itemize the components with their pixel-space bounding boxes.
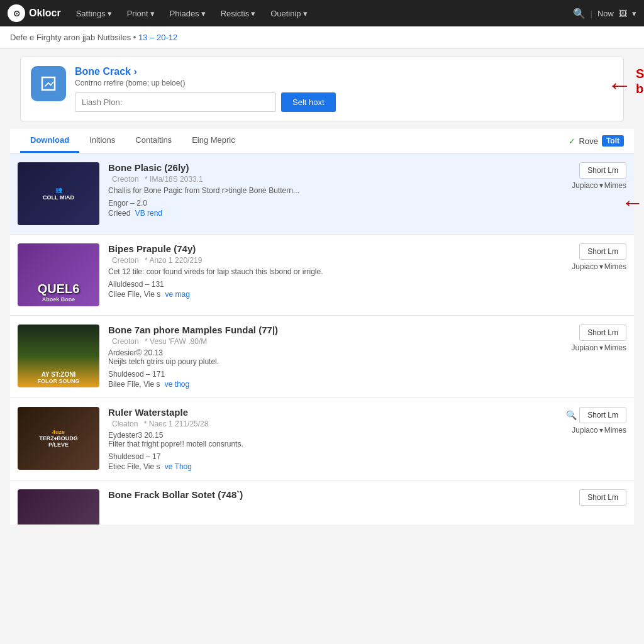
tab-eing-mepric[interactable]: Eing Mepric bbox=[182, 129, 245, 153]
result-sub1: Shuldesod – 17 bbox=[108, 452, 542, 461]
short-lm-button[interactable]: Short Lm bbox=[579, 162, 626, 179]
short-lm-button[interactable]: Short Lm bbox=[579, 407, 626, 423]
card-input-row: Selt hoxt bbox=[75, 92, 613, 112]
nav-phiades[interactable]: Phiades ▾ bbox=[164, 0, 212, 26]
result-sub1: Aliuldesod – 131 bbox=[108, 280, 542, 289]
check-icon: ✓ bbox=[569, 136, 575, 146]
result-dropdown[interactable]: Jupiaon ▾ Mimes bbox=[572, 343, 626, 352]
result-meta: Creoton * IMa/18S 2033.1 bbox=[108, 175, 542, 184]
result-title: Bone 7an phore Mamples Fundal (77|) bbox=[108, 325, 542, 335]
tabs-right: ✓ Rove Tolt bbox=[569, 135, 624, 147]
result-actions: Short Lm bbox=[551, 489, 626, 506]
result-links: Cliee File, Vie s ve mag bbox=[108, 290, 542, 299]
logo-text: Oklocr bbox=[29, 8, 61, 19]
result-item: Bone Frack Bollar Sotet (748`) Short Lm bbox=[10, 480, 634, 525]
short-lm-button[interactable]: Short Lm bbox=[579, 489, 626, 506]
card-title-arrow[interactable]: › bbox=[133, 66, 136, 77]
card-area: Bone Crack › Contrno rrefire (bome; up b… bbox=[20, 57, 624, 121]
breadcrumb-link[interactable]: 13 – 20-12 bbox=[138, 33, 177, 42]
result-thumbnail: 👥 COLL MIAD bbox=[18, 162, 99, 225]
nav-right: 🔍 | Now 🖼 ▾ bbox=[573, 8, 636, 19]
result-link-ve-mag[interactable]: ve mag bbox=[165, 290, 189, 299]
result-item: AY ST:ZONI FOLOR SOUNG Bone 7an phore Ma… bbox=[10, 316, 634, 398]
search-icon[interactable]: 🔍 bbox=[573, 8, 586, 19]
breadcrumb: Defe e Firghty aron jjab Nutbsiles • 13 … bbox=[0, 26, 644, 49]
card-content: Bone Crack › Contrno rrefire (bome; up b… bbox=[75, 66, 613, 112]
nav-resictis[interactable]: Resictis ▾ bbox=[214, 0, 262, 26]
result-thumbnail: QUEL6 Aboek Bone bbox=[18, 243, 99, 306]
results-list: 👥 COLL MIAD Bone Plasic (26ly) Creoton *… bbox=[10, 153, 634, 525]
card-submit-button[interactable]: Selt hoxt bbox=[281, 92, 336, 112]
result-item: QUEL6 Aboek Bone Bipes Prapule (74y) Cre… bbox=[10, 235, 634, 316]
result-description: Challis for Bone Pagic from Stord r>ting… bbox=[108, 186, 542, 195]
result-dropdown[interactable]: Jupiaco ▾ Mimes bbox=[572, 262, 626, 271]
result-link-ve-thog2[interactable]: ve Thog bbox=[165, 462, 192, 471]
result-body: Bipes Prapule (74y) Creoton * Anzo 1 220… bbox=[108, 243, 542, 299]
result-description: Ardesier© 20.13Neijls telch gtrirs uip p… bbox=[108, 348, 542, 366]
card-icon bbox=[31, 66, 66, 101]
breadcrumb-text: Defe e Firghty aron jjab Nutbsiles bbox=[10, 33, 131, 42]
result-body: Bone Frack Bollar Sotet (748`) bbox=[108, 489, 542, 502]
result-dropdown[interactable]: Jupiaco ▾ Mimes bbox=[572, 181, 626, 190]
result-link-vb-rend[interactable]: VB rend bbox=[135, 209, 162, 218]
result-title: Bipes Prapule (74y) bbox=[108, 243, 542, 254]
logo-icon: ⊙ bbox=[8, 4, 25, 22]
result-description: Cet 12 tile: coor found vireds for laip … bbox=[108, 267, 542, 276]
tabs-rove-label: Rove bbox=[579, 136, 598, 146]
result-item: 4uze TERZ♦BOUDG P/LEVE Ruler Waterstaple… bbox=[10, 398, 634, 480]
logo[interactable]: ⊙ Oklocr bbox=[8, 4, 61, 22]
result-item: 👥 COLL MIAD Bone Plasic (26ly) Creoton *… bbox=[10, 153, 634, 235]
nav-priont[interactable]: Priont ▾ bbox=[121, 0, 161, 26]
result-sub1: Engor – 2.0 bbox=[108, 199, 542, 208]
top-nav: ⊙ Oklocr Sattings ▾ Priont ▾ Phiades ▾ R… bbox=[0, 0, 644, 26]
result-actions: 🔍 Short Lm Jupiaco ▾ Mimes bbox=[551, 407, 626, 435]
nav-profile-icon[interactable]: 🖼 bbox=[619, 9, 627, 18]
short-lm-button[interactable]: Short Lm bbox=[579, 243, 626, 260]
result-thumbnail: AY ST:ZONI FOLOR SOUNG bbox=[18, 325, 99, 387]
result-link-ve-thog[interactable]: ve thog bbox=[165, 380, 189, 389]
result-dropdown[interactable]: Jupiaco ▾ Mimes bbox=[572, 426, 626, 435]
tab-initions[interactable]: Initions bbox=[79, 129, 125, 153]
nav-dropdown-icon[interactable]: ▾ bbox=[632, 9, 636, 18]
card-title: Bone Crack › bbox=[75, 66, 613, 77]
result-links: Etiec File, Vie s ve Thog bbox=[108, 462, 542, 471]
result-thumbnail: 4uze TERZ♦BOUDG P/LEVE bbox=[18, 407, 99, 470]
result-body: Bone 7an phore Mamples Fundal (77|) Creo… bbox=[108, 325, 542, 389]
result-body: Ruler Waterstaple Cleaton * Naec 1 211/2… bbox=[108, 407, 542, 471]
result-sub1: Shuldesod – 171 bbox=[108, 370, 542, 379]
nav-now-label: Now bbox=[597, 9, 614, 18]
tolt-badge[interactable]: Tolt bbox=[602, 135, 624, 147]
result-meta: Cleaton * Naec 1 211/25/28 bbox=[108, 419, 542, 428]
result-actions: Short Lm Jupiaco ▾ Mimes bbox=[551, 243, 626, 271]
result-links: Crieed VB rend bbox=[108, 209, 542, 218]
result-links: Bilee File, Vie s ve thog bbox=[108, 380, 542, 389]
nav-ouetinip[interactable]: Ouetinip ▾ bbox=[264, 0, 313, 26]
result-thumbnail bbox=[18, 489, 99, 525]
result-title: Bone Plasic (26ly) bbox=[108, 162, 542, 173]
result-meta: Creoton * Anzo 1 220/219 bbox=[108, 256, 542, 265]
tab-download[interactable]: Download bbox=[20, 129, 79, 153]
card-description: Contrno rrefire (bome; up beloe() bbox=[75, 79, 613, 87]
search-icon[interactable]: 🔍 bbox=[566, 410, 577, 420]
tabs-bar: Download Initions Contaltins Eing Mepric… bbox=[10, 129, 634, 153]
nav-sattings[interactable]: Sattings ▾ bbox=[70, 0, 118, 26]
result-meta: Creoton * Vesu 'FAW .80/M bbox=[108, 337, 542, 346]
result-actions: Short Lm Jupiaco ▾ Mimes bbox=[551, 162, 626, 190]
short-lm-button[interactable]: Short Lm bbox=[579, 325, 626, 341]
card-input[interactable] bbox=[75, 92, 276, 112]
result-title: Ruler Waterstaple bbox=[108, 407, 542, 418]
result-description: Eydester3 20.15Filter that fright popre!… bbox=[108, 431, 542, 448]
result-body: Bone Plasic (26ly) Creoton * IMa/18S 203… bbox=[108, 162, 542, 218]
result-actions: Short Lm Jupiaon ▾ Mimes bbox=[551, 325, 626, 352]
tab-contaltins[interactable]: Contaltins bbox=[125, 129, 182, 153]
result-title: Bone Frack Bollar Sotet (748`) bbox=[108, 489, 542, 500]
card-annotation: Stare: art varive, and bone! time bbox=[636, 66, 644, 96]
